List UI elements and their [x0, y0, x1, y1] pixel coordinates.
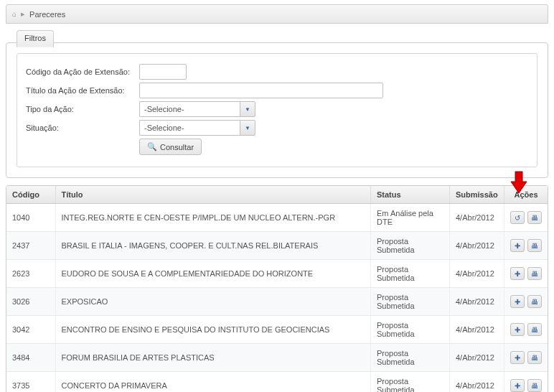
print-icon[interactable]: 🖶 — [527, 379, 542, 392]
cell-status: Proposta Submetida — [371, 344, 450, 372]
cell-codigo: 3735 — [6, 372, 55, 393]
add-icon[interactable]: ✚ — [510, 239, 525, 252]
consultar-label: Consultar — [160, 143, 194, 151]
add-icon[interactable]: ✚ — [510, 295, 525, 308]
cell-status: Em Análise pela DTE — [371, 204, 450, 232]
cell-titulo: CONCERTO DA PRIMAVERA — [55, 372, 371, 393]
cell-codigo: 2437 — [6, 232, 55, 260]
filters-panel: Filtros Código da Ação de Extensão: Títu… — [6, 42, 548, 178]
cell-status: Proposta Submetida — [371, 372, 450, 393]
cell-titulo: EUDORO DE SOUSA E A COMPLEMENTARIEDADE D… — [55, 260, 371, 288]
cell-codigo: 3042 — [6, 316, 55, 344]
print-icon[interactable]: 🖶 — [527, 211, 542, 224]
results-table: Código Título Status Submissão Ações 104… — [6, 185, 548, 392]
cell-submissao: 4/Abr/2012 — [450, 344, 504, 372]
cell-codigo: 1040 — [6, 204, 55, 232]
cell-titulo: EXPOSICAO — [55, 288, 371, 316]
cell-codigo: 3484 — [6, 344, 55, 372]
print-icon[interactable]: 🖶 — [527, 323, 542, 336]
cell-acoes: ✚🖶 — [504, 232, 548, 260]
print-icon[interactable]: 🖶 — [527, 239, 542, 252]
cell-submissao: 4/Abr/2012 — [450, 204, 504, 232]
cell-titulo: ENCONTRO DE ENSINO E PESQUISA DO INSTITU… — [55, 316, 371, 344]
col-header-acoes: Ações — [504, 186, 548, 204]
tipo-value: -Selecione- — [139, 101, 240, 117]
tipo-label: Tipo da Ação: — [26, 105, 139, 113]
table-row: 3735CONCERTO DA PRIMAVERAProposta Submet… — [6, 372, 548, 393]
cell-acoes: ✚🖶 — [504, 372, 548, 393]
cell-acoes: ↺🖶 — [504, 204, 548, 232]
situacao-value: -Selecione- — [139, 120, 240, 136]
table-row: 3026EXPOSICAOProposta Submetida4/Abr/201… — [6, 288, 548, 316]
refresh-icon[interactable]: ↺ — [510, 211, 525, 224]
codigo-label: Código da Ação de Extensão: — [26, 67, 139, 76]
table-row: 3484FORUM BRASILIA DE ARTES PLASTICASPro… — [6, 344, 548, 372]
col-header-codigo[interactable]: Código — [6, 186, 55, 204]
situacao-select[interactable]: -Selecione- ▼ — [139, 120, 255, 136]
filters-tab[interactable]: Filtros — [17, 30, 54, 47]
print-icon[interactable]: 🖶 — [527, 295, 542, 308]
cell-acoes: ✚🖶 — [504, 260, 548, 288]
situacao-label: Situação: — [26, 123, 139, 132]
add-icon[interactable]: ✚ — [510, 351, 525, 364]
search-icon: 🔍 — [147, 142, 157, 151]
cell-submissao: 4/Abr/2012 — [450, 372, 504, 393]
cell-titulo: FORUM BRASILIA DE ARTES PLASTICAS — [55, 344, 371, 372]
cell-acoes: ✚🖶 — [504, 344, 548, 372]
col-header-submissao[interactable]: Submissão — [450, 186, 504, 204]
cell-status: Proposta Submetida — [371, 316, 450, 344]
table-row: 2623EUDORO DE SOUSA E A COMPLEMENTARIEDA… — [6, 260, 548, 288]
cell-codigo: 2623 — [6, 260, 55, 288]
consultar-button[interactable]: 🔍 Consultar — [139, 139, 202, 155]
home-icon[interactable]: ⌂ — [12, 10, 17, 18]
add-icon[interactable]: ✚ — [510, 379, 525, 392]
chevron-down-icon[interactable]: ▼ — [240, 120, 255, 136]
col-header-status[interactable]: Status — [371, 186, 450, 204]
titulo-label: Título da Ação de Extensão: — [26, 86, 139, 95]
cell-codigo: 3026 — [6, 288, 55, 316]
add-icon[interactable]: ✚ — [510, 267, 525, 280]
cell-status: Proposta Submetida — [371, 232, 450, 260]
cell-titulo: INTEG.REG.NORTE E CEN-OESTE P/IMPL.DE UM… — [55, 204, 371, 232]
cell-submissao: 4/Abr/2012 — [450, 232, 504, 260]
cell-acoes: ✚🖶 — [504, 288, 548, 316]
col-header-titulo[interactable]: Título — [55, 186, 371, 204]
table-header-row: Código Título Status Submissão Ações — [6, 186, 548, 204]
table-row: 3042ENCONTRO DE ENSINO E PESQUISA DO INS… — [6, 316, 548, 344]
breadcrumb: ⌂ ▸ Pareceres — [6, 4, 548, 24]
codigo-input[interactable] — [139, 64, 187, 80]
cell-submissao: 4/Abr/2012 — [450, 316, 504, 344]
add-icon[interactable]: ✚ — [510, 323, 525, 336]
table-row: 1040INTEG.REG.NORTE E CEN-OESTE P/IMPL.D… — [6, 204, 548, 232]
page-title: Pareceres — [29, 10, 65, 19]
tipo-select[interactable]: -Selecione- ▼ — [139, 101, 255, 117]
print-icon[interactable]: 🖶 — [527, 351, 542, 364]
print-icon[interactable]: 🖶 — [527, 267, 542, 280]
titulo-input[interactable] — [139, 83, 383, 98]
table-row: 2437BRASIL E ITALIA - IMAGENS, COOPER. E… — [6, 232, 548, 260]
breadcrumb-sep: ▸ — [21, 9, 25, 19]
cell-titulo: BRASIL E ITALIA - IMAGENS, COOPER. E CUL… — [55, 232, 371, 260]
cell-acoes: ✚🖶 — [504, 316, 548, 344]
cell-status: Proposta Submetida — [371, 260, 450, 288]
cell-submissao: 4/Abr/2012 — [450, 260, 504, 288]
cell-submissao: 4/Abr/2012 — [450, 288, 504, 316]
chevron-down-icon[interactable]: ▼ — [240, 101, 255, 117]
cell-status: Proposta Submetida — [371, 288, 450, 316]
